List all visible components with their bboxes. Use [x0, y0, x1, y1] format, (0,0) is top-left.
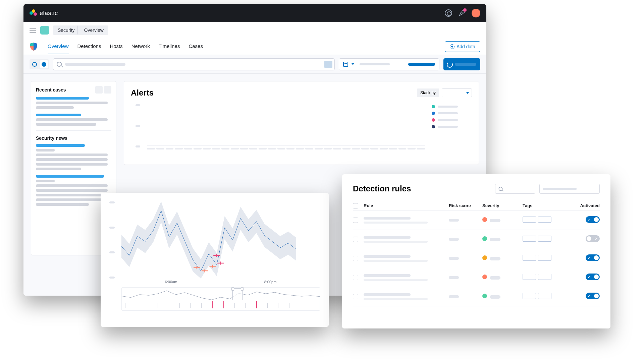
space-selector[interactable] [40, 26, 49, 35]
row-checkbox[interactable] [353, 218, 358, 223]
tag-badge[interactable] [538, 274, 551, 280]
breadcrumb-bar: Security Overview [23, 22, 486, 38]
tab-overview[interactable]: Overview [48, 39, 69, 54]
tab-hosts[interactable]: Hosts [110, 39, 122, 54]
date-range-picker[interactable] [339, 58, 439, 70]
search-placeholder [65, 63, 125, 66]
news-link[interactable] [36, 175, 104, 178]
activated-toggle[interactable]: ✓ [586, 274, 600, 280]
nav-tabs: Overview Detections Hosts Network Timeli… [48, 39, 203, 54]
news-text [36, 149, 55, 152]
col-severity[interactable]: Severity [482, 203, 523, 208]
brand-name: elastic [40, 10, 58, 17]
help-icon[interactable] [445, 9, 452, 17]
nav-toggle-icon[interactable] [30, 28, 36, 33]
severity-dot-icon [482, 255, 487, 260]
legend-item[interactable] [432, 118, 472, 122]
row-checkbox[interactable] [353, 256, 358, 261]
col-tags[interactable]: Tags [523, 203, 570, 208]
activated-toggle[interactable]: ✓ [586, 254, 600, 261]
panel-action-icon[interactable] [95, 86, 103, 94]
activated-toggle[interactable]: ✓ [586, 293, 600, 299]
alerts-bar-chart [147, 102, 425, 146]
case-link[interactable] [36, 97, 89, 100]
activated-toggle[interactable]: ✕ [586, 235, 600, 242]
filter-mode-solid[interactable] [40, 60, 48, 68]
plus-circle-icon [450, 44, 454, 49]
col-activated[interactable]: Activated [570, 203, 600, 208]
x-tick-label: 6:00am [165, 280, 177, 284]
calendar-icon [343, 62, 348, 67]
tag-badge[interactable] [523, 274, 536, 280]
security-app-icon [30, 42, 38, 51]
table-row[interactable]: ✓ [353, 287, 600, 306]
breadcrumb-item[interactable]: Security [53, 25, 79, 35]
tab-detections[interactable]: Detections [77, 39, 101, 54]
user-avatar[interactable] [472, 9, 480, 17]
case-text [36, 123, 96, 126]
legend-item[interactable] [432, 105, 472, 108]
add-data-button[interactable]: Add data [445, 41, 480, 52]
tag-badge[interactable] [523, 217, 536, 223]
detection-rules-panel: Detection rules Rule Risk score Severity… [342, 174, 610, 328]
news-icon[interactable] [458, 9, 466, 17]
tag-badge[interactable] [538, 236, 551, 242]
anomaly-line-chart [121, 201, 320, 279]
tag-badge[interactable] [523, 293, 536, 299]
table-row[interactable]: ✕ [353, 230, 600, 249]
search-icon [499, 187, 503, 191]
select-all-checkbox[interactable] [353, 203, 358, 208]
row-checkbox[interactable] [353, 237, 358, 242]
kql-badge[interactable] [324, 61, 332, 68]
tab-cases[interactable]: Cases [189, 39, 203, 54]
legend-item[interactable] [432, 125, 472, 128]
filter-mode-outline[interactable] [31, 60, 39, 68]
line-y-axis [109, 201, 117, 279]
row-checkbox[interactable] [353, 275, 358, 280]
stack-by-label: Stack by [417, 88, 439, 97]
table-row[interactable]: ✓ [353, 268, 600, 287]
stack-by-control: Stack by [417, 88, 472, 97]
brush-handle[interactable] [232, 288, 243, 300]
news-text [36, 154, 108, 156]
brand-logo[interactable]: elastic [30, 9, 58, 17]
rules-search-input[interactable] [495, 184, 535, 194]
refresh-button[interactable] [443, 58, 480, 70]
panel-action-icon[interactable] [104, 86, 111, 94]
activated-toggle[interactable]: ✓ [586, 216, 600, 223]
timeline-minimap[interactable] [121, 287, 320, 311]
news-link[interactable] [36, 144, 85, 147]
breadcrumb-item[interactable]: Overview [79, 25, 108, 35]
search-icon [57, 62, 62, 67]
line-x-axis: 6:00am 8:00pm [121, 280, 320, 284]
col-rule[interactable]: Rule [364, 203, 449, 208]
rules-action-button[interactable] [539, 184, 600, 194]
tab-timelines[interactable]: Timelines [159, 39, 180, 54]
header-actions [445, 9, 480, 17]
kql-search-input[interactable] [53, 58, 335, 70]
tag-badge[interactable] [523, 236, 536, 242]
breadcrumb: Security Overview [53, 25, 108, 35]
table-row[interactable]: ✓ [353, 211, 600, 230]
col-risk[interactable]: Risk score [449, 203, 482, 208]
stack-by-select[interactable] [442, 88, 472, 97]
severity-dot-icon [482, 217, 487, 222]
tab-network[interactable]: Network [131, 39, 150, 54]
tag-badge[interactable] [523, 255, 536, 261]
news-text [36, 189, 108, 192]
news-text [36, 158, 108, 161]
tag-badge[interactable] [538, 255, 551, 261]
case-text [36, 106, 74, 109]
severity-dot-icon [482, 294, 487, 298]
table-row[interactable]: ✓ [353, 249, 600, 268]
news-text [36, 198, 108, 201]
tag-badge[interactable] [538, 293, 551, 299]
legend-item[interactable] [432, 112, 472, 115]
notification-dot-icon [463, 8, 467, 12]
tag-badge[interactable] [538, 217, 551, 223]
anomaly-chart-panel: 6:00am 8:00pm [101, 193, 329, 327]
row-checkbox[interactable] [353, 294, 358, 299]
news-text [36, 194, 108, 196]
alerts-panel: Alerts Stack by [124, 81, 479, 165]
case-link[interactable] [36, 114, 81, 116]
